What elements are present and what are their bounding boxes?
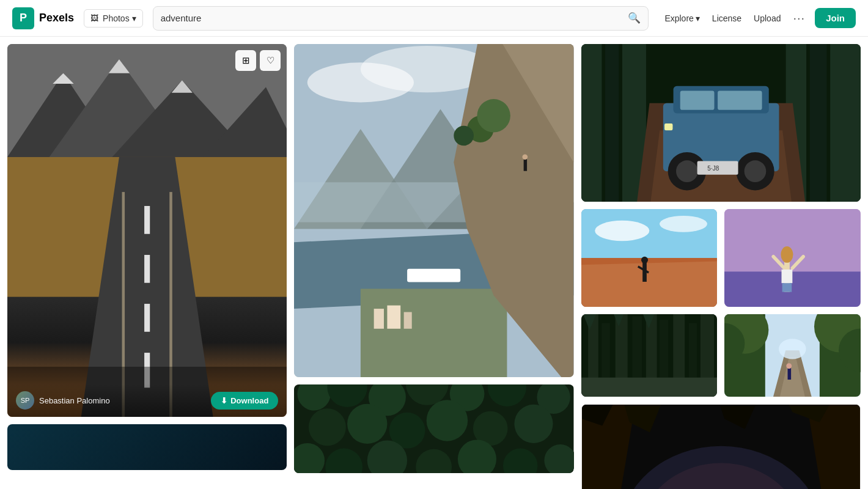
svg-rect-71: [718, 91, 762, 110]
svg-rect-121: [788, 367, 792, 380]
dark-forest-svg: [581, 314, 718, 397]
grid-column-3: 5·J8: [581, 44, 861, 489]
arms-svg: [724, 209, 861, 307]
upload-link[interactable]: Upload: [754, 13, 781, 23]
photos-label: Photos: [103, 13, 130, 23]
svg-rect-29: [404, 312, 412, 329]
hiker-svg: [581, 209, 718, 307]
search-icon[interactable]: 🔍: [628, 12, 641, 24]
svg-point-82: [660, 216, 707, 232]
svg-rect-60: [581, 44, 601, 202]
bookmark-button[interactable]: ⊞: [235, 50, 256, 71]
grid-column-2: [294, 44, 573, 473]
row-photos-2: [581, 314, 861, 397]
svg-point-93: [781, 246, 793, 263]
photo-grid: ⊞ ♡ SP Sebastian Palomino ⬇ Download: [0, 37, 868, 489]
svg-point-37: [523, 154, 528, 160]
photo-card-2[interactable]: [7, 424, 287, 470]
svg-point-123: [779, 339, 806, 359]
grid-column-1: ⊞ ♡ SP Sebastian Palomino ⬇ Download: [7, 44, 287, 470]
svg-rect-10: [144, 206, 150, 234]
bookmark-icon: ⊞: [242, 55, 250, 66]
svg-rect-30: [407, 269, 460, 282]
avatar: SP: [16, 391, 34, 410]
svg-point-49: [427, 400, 468, 441]
collection-card[interactable]: Adventure is Out There 🗺️ 🖼 180: [581, 404, 861, 489]
svg-rect-108: [581, 378, 718, 397]
photo-card[interactable]: ⊞ ♡ SP Sebastian Palomino ⬇ Download: [7, 44, 287, 417]
svg-rect-27: [374, 309, 384, 329]
arms-raised-photo-card[interactable]: [724, 209, 861, 307]
logo-icon: P: [12, 7, 34, 29]
cliff-photo-card[interactable]: [294, 44, 573, 377]
svg-point-47: [347, 404, 387, 444]
svg-point-51: [515, 405, 553, 443]
dark-forest-card[interactable]: [581, 314, 718, 397]
photos-dropdown[interactable]: 🖼 Photos ▾: [84, 9, 143, 28]
row-photos: [581, 209, 861, 307]
favorite-button[interactable]: ♡: [260, 50, 281, 71]
svg-point-34: [477, 99, 510, 132]
svg-point-81: [595, 221, 649, 241]
photo-overlay: SP Sebastian Palomino ⬇ Download: [7, 384, 287, 417]
svg-rect-11: [144, 255, 150, 283]
logo[interactable]: P Pexels: [12, 7, 74, 29]
svg-rect-12: [144, 304, 150, 332]
svg-rect-36: [524, 159, 527, 171]
svg-rect-61: [605, 44, 619, 202]
svg-rect-97: [782, 283, 792, 292]
explore-chevron-icon: ▾: [696, 13, 700, 23]
cave-svg: [582, 405, 860, 489]
heart-icon: ♡: [267, 55, 274, 66]
nav-links: Explore ▾ License Upload ···: [664, 11, 805, 25]
explore-link[interactable]: Explore ▾: [664, 13, 699, 23]
photo-image: [7, 44, 287, 417]
svg-rect-65: [830, 44, 861, 202]
license-link[interactable]: License: [712, 13, 741, 23]
photos-icon: 🖼: [90, 13, 98, 23]
svg-point-46: [309, 408, 346, 446]
logo-name: Pexels: [39, 12, 74, 24]
svg-point-75: [744, 160, 766, 182]
photographer-info: SP Sebastian Palomino: [16, 391, 110, 410]
jeep-svg: 5·J8: [581, 44, 861, 202]
svg-point-86: [641, 257, 648, 263]
top-actions: ⊞ ♡: [235, 50, 281, 71]
forest-svg: [294, 384, 573, 473]
svg-rect-26: [361, 289, 507, 377]
hiker-photo-card[interactable]: [581, 209, 718, 307]
svg-rect-89: [724, 209, 861, 271]
photographer-name: Sebastian Palomino: [39, 396, 110, 405]
svg-text:5·J8: 5·J8: [707, 165, 719, 172]
join-button[interactable]: Join: [815, 8, 856, 28]
download-icon: ⬇: [221, 396, 227, 405]
forest-path-card[interactable]: [724, 314, 861, 397]
svg-rect-28: [388, 306, 401, 329]
svg-rect-64: [809, 44, 826, 202]
cliff-svg: [294, 44, 573, 377]
road-svg: [7, 44, 287, 417]
jeep-photo-card[interactable]: 5·J8: [581, 44, 861, 202]
collection-grid: [582, 405, 860, 489]
chevron-down-icon: ▾: [132, 13, 136, 23]
download-button[interactable]: ⬇ Download: [211, 392, 278, 410]
svg-rect-96: [782, 270, 793, 283]
svg-point-122: [787, 363, 792, 369]
svg-rect-70: [680, 91, 714, 110]
more-menu[interactable]: ···: [793, 11, 805, 25]
forest-path-svg: [724, 314, 861, 397]
header: P Pexels 🖼 Photos ▾ 🔍 Explore ▾ License …: [0, 0, 868, 37]
svg-point-73: [676, 160, 698, 182]
collection-image-1: [582, 405, 860, 489]
svg-point-35: [454, 126, 474, 146]
svg-rect-76: [664, 123, 672, 130]
search-bar: 🔍: [153, 6, 649, 31]
search-input[interactable]: [161, 13, 628, 23]
svg-marker-84: [581, 262, 718, 307]
forest-photo-card[interactable]: [294, 384, 573, 473]
